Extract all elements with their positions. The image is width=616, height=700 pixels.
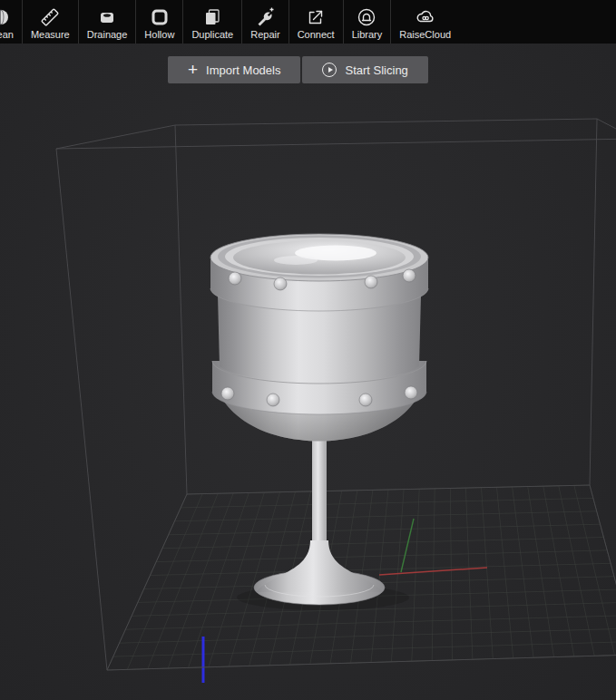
toolbar-item-hollow[interactable]: Hollow <box>136 0 182 44</box>
duplicate-icon <box>201 5 223 28</box>
import-models-button[interactable]: + Import Models <box>168 56 300 83</box>
rivet <box>274 277 287 290</box>
action-bar: + Import Models Start Slicing <box>168 56 428 83</box>
toolbar-item-duplicate[interactable]: Duplicate <box>183 0 241 44</box>
boolean-sphere-icon <box>0 5 12 28</box>
start-slicing-label: Start Slicing <box>345 63 407 77</box>
toolbar-item-label: Drainage <box>87 30 128 40</box>
rivet <box>405 386 417 399</box>
model-goblet[interactable] <box>210 234 428 610</box>
rivet <box>221 387 234 400</box>
viewport-3d[interactable] <box>0 0 616 700</box>
toolbar-item-label: Hollow <box>144 30 174 40</box>
toolbar-item-label: Repair <box>250 30 279 40</box>
toolbar-item-label: Measure <box>31 30 70 40</box>
start-slicing-button[interactable]: Start Slicing <box>302 56 427 83</box>
toolbar-item-label: Connect <box>298 30 335 40</box>
toolbar-item-label: Duplicate <box>191 30 233 40</box>
hollow-cube-icon <box>149 5 171 28</box>
repair-wrench-icon <box>254 5 276 28</box>
rivet <box>403 269 416 282</box>
connect-arrow-icon <box>305 5 327 28</box>
raisecloud-cloud-icon <box>414 5 437 28</box>
toolbar-item-raisecloud[interactable]: RaiseCloud <box>391 0 459 44</box>
toolbar-item-measure[interactable]: Measure <box>23 0 78 44</box>
library-icon <box>356 5 377 28</box>
plus-icon: + <box>188 61 198 78</box>
rivet <box>229 272 241 285</box>
measure-ruler-icon <box>39 5 61 28</box>
toolbar-item-library[interactable]: Library <box>344 0 391 44</box>
rivet <box>267 394 279 406</box>
top-toolbar: olean Measure Drainage Hollow Duplicate … <box>0 0 616 44</box>
import-models-label: Import Models <box>206 63 280 77</box>
toolbar-item-repair[interactable]: Repair <box>242 0 288 44</box>
toolbar-item-label: Library <box>352 30 383 40</box>
toolbar-item-drainage[interactable]: Drainage <box>79 0 136 44</box>
rivet <box>365 276 377 288</box>
rivet <box>359 394 372 406</box>
play-icon <box>322 63 337 77</box>
axis-y-line <box>401 519 414 572</box>
toolbar-item-boolean[interactable]: olean <box>0 0 22 44</box>
drainage-icon <box>96 5 118 28</box>
toolbar-item-label: RaiseCloud <box>399 30 451 40</box>
toolbar-item-connect[interactable]: Connect <box>289 0 343 44</box>
toolbar-item-label: olean <box>0 30 14 40</box>
